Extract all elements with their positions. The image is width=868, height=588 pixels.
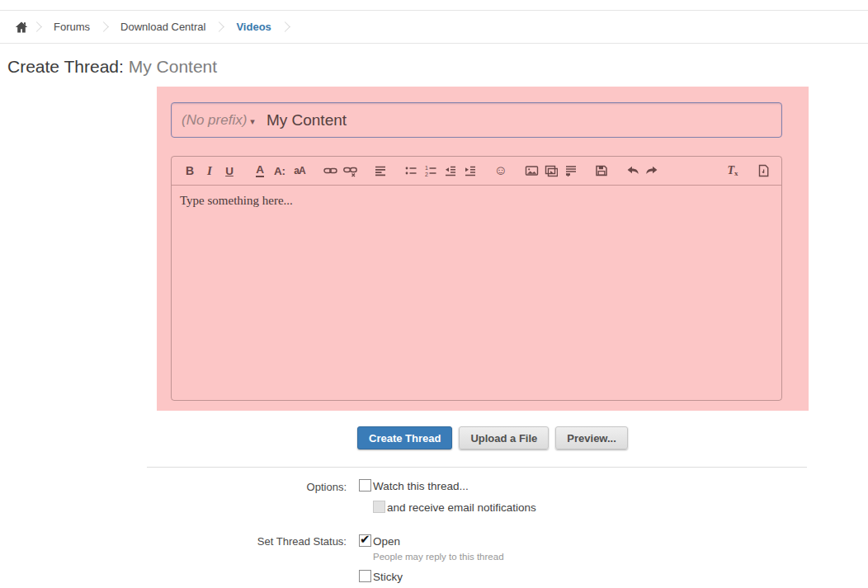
watch-thread-checkbox-row[interactable]: Watch this thread... bbox=[359, 479, 469, 493]
breadcrumb-label: Forums bbox=[49, 21, 95, 33]
undo-icon[interactable] bbox=[622, 160, 642, 181]
unordered-list-icon[interactable] bbox=[401, 160, 421, 181]
insert-image-icon[interactable] bbox=[521, 160, 541, 181]
page-title-prefix: Create Thread: bbox=[7, 57, 124, 76]
home-icon[interactable] bbox=[15, 21, 28, 34]
breadcrumb-separator bbox=[98, 21, 109, 32]
breadcrumb-separator bbox=[31, 21, 42, 32]
thread-title-input[interactable]: (No prefix) ▾ My Content bbox=[171, 102, 782, 138]
text-color-icon[interactable]: A bbox=[250, 160, 270, 181]
breadcrumb-item-forums[interactable]: Forums bbox=[49, 21, 95, 33]
underline-icon[interactable]: U bbox=[219, 160, 239, 181]
sticky-checkbox[interactable] bbox=[359, 570, 371, 582]
create-thread-page: Forums Download Central Videos Create Th… bbox=[0, 0, 868, 588]
chevron-down-icon: ▾ bbox=[250, 116, 255, 127]
bold-icon[interactable]: B bbox=[180, 160, 200, 181]
font-family-icon[interactable]: aA bbox=[290, 160, 309, 181]
prefix-dropdown-value: (No prefix) bbox=[182, 112, 247, 129]
breadcrumb: Forums Download Central Videos bbox=[0, 10, 868, 44]
prefix-dropdown[interactable]: (No prefix) ▾ bbox=[182, 112, 255, 129]
breadcrumb-label: Download Central bbox=[116, 21, 210, 33]
ordered-list-icon[interactable]: 12 bbox=[421, 160, 441, 181]
page-title: Create Thread: My Content bbox=[7, 57, 217, 77]
editor-body[interactable]: Type something here... bbox=[172, 186, 781, 401]
section-divider bbox=[147, 467, 807, 468]
insert-link-icon[interactable] bbox=[320, 160, 340, 181]
alignment-icon[interactable] bbox=[370, 160, 390, 181]
font-size-icon[interactable]: A: bbox=[270, 160, 290, 181]
thread-form-highlight-panel: (No prefix) ▾ My Content B I U A A: aA bbox=[157, 87, 809, 411]
insert-media-icon[interactable] bbox=[541, 160, 561, 181]
indent-icon[interactable] bbox=[460, 160, 480, 181]
editor-placeholder: Type something here... bbox=[180, 194, 293, 207]
sticky-checkbox-row[interactable]: Sticky bbox=[359, 570, 403, 584]
create-thread-button[interactable]: Create Thread bbox=[357, 426, 452, 449]
rich-text-editor: B I U A A: aA 12 bbox=[171, 156, 782, 401]
breadcrumb-label: Videos bbox=[231, 21, 276, 33]
breadcrumb-item-download-central[interactable]: Download Central bbox=[116, 21, 210, 33]
preview-button[interactable]: Preview... bbox=[555, 426, 628, 449]
email-notify-checkbox-row: and receive email notifications bbox=[373, 501, 536, 515]
editor-toolbar: B I U A A: aA 12 bbox=[172, 157, 781, 186]
page-title-thread-name: My Content bbox=[129, 57, 217, 76]
upload-file-button[interactable]: Upload a File bbox=[459, 426, 549, 449]
redo-icon[interactable] bbox=[642, 160, 662, 181]
thread-title-value: My Content bbox=[267, 111, 347, 129]
svg-text:2: 2 bbox=[425, 172, 428, 177]
italic-icon[interactable]: I bbox=[200, 160, 219, 181]
watch-thread-label: Watch this thread... bbox=[373, 479, 469, 493]
sticky-label: Sticky bbox=[373, 570, 403, 584]
watch-thread-checkbox[interactable] bbox=[359, 479, 371, 492]
bb-code-editor-icon[interactable] bbox=[753, 160, 773, 181]
breadcrumb-separator bbox=[280, 21, 290, 32]
unlink-icon[interactable] bbox=[340, 160, 360, 181]
smilies-icon[interactable]: ☺ bbox=[491, 160, 511, 181]
breadcrumb-separator bbox=[215, 21, 225, 32]
thread-status-label: Set Thread Status: bbox=[0, 535, 347, 548]
remove-formatting-icon[interactable]: Tx bbox=[723, 160, 743, 181]
outdent-icon[interactable] bbox=[441, 160, 460, 181]
options-label: Options: bbox=[0, 481, 347, 493]
open-label: Open bbox=[373, 534, 400, 548]
email-notify-label: and receive email notifications bbox=[387, 501, 536, 515]
open-hint: People may reply to this thread bbox=[373, 552, 504, 562]
breadcrumb-item-videos[interactable]: Videos bbox=[231, 21, 276, 33]
open-checkbox[interactable] bbox=[359, 534, 371, 547]
insert-quote-icon[interactable] bbox=[561, 160, 581, 181]
email-notify-checkbox bbox=[373, 501, 385, 513]
save-draft-icon[interactable] bbox=[592, 160, 611, 181]
open-checkbox-row[interactable]: Open bbox=[359, 534, 400, 548]
form-actions: Create Thread Upload a File Preview... bbox=[357, 426, 628, 449]
svg-text:1: 1 bbox=[425, 165, 428, 171]
